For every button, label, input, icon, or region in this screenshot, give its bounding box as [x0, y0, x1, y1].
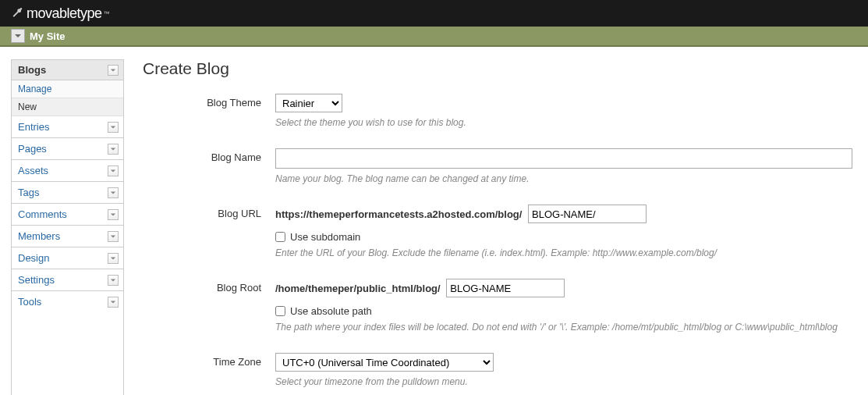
sidebar: Blogs Manage New Entries Pages Assets Ta…	[11, 59, 124, 395]
hint-time-zone: Select your timezone from the pulldown m…	[275, 376, 868, 387]
sidebar-item-assets[interactable]: Assets	[12, 160, 123, 182]
use-absolute-checkbox[interactable]	[275, 306, 285, 316]
time-zone-select[interactable]: UTC+0 (Universal Time Coordinated)	[275, 353, 494, 372]
site-dropdown-toggle[interactable]	[11, 29, 25, 43]
sidebar-item-label: Settings	[18, 274, 55, 286]
sidebar-item-tools[interactable]: Tools	[12, 291, 123, 312]
sidebar-item-settings[interactable]: Settings	[12, 269, 123, 291]
chevron-down-icon[interactable]	[108, 275, 119, 286]
chevron-down-icon[interactable]	[108, 231, 119, 242]
blog-theme-select[interactable]: Rainier	[275, 94, 342, 112]
sidebar-item-label: Entries	[18, 121, 49, 133]
sidebar-item-label: Tags	[18, 187, 39, 198]
chevron-down-icon[interactable]	[108, 209, 119, 220]
label-blog-name: Blog Name	[143, 148, 275, 184]
site-name: My Site	[30, 30, 66, 42]
site-bar: My Site	[0, 27, 868, 47]
sidebar-sub-new[interactable]: New	[12, 98, 123, 116]
use-subdomain-checkbox[interactable]	[275, 232, 285, 242]
blog-url-input[interactable]	[528, 205, 647, 223]
sidebar-sub-manage[interactable]: Manage	[12, 80, 123, 98]
sidebar-item-comments[interactable]: Comments	[12, 204, 123, 226]
brand-tm: ™	[104, 10, 110, 17]
label-blog-theme: Blog Theme	[143, 94, 275, 128]
hint-blog-name: Name your blog. The blog name can be cha…	[275, 173, 868, 184]
use-subdomain-label: Use subdomain	[290, 231, 360, 243]
label-time-zone: Time Zone	[143, 353, 275, 387]
sidebar-item-label: Assets	[18, 165, 48, 176]
wrench-icon	[11, 6, 23, 21]
sidebar-item-members[interactable]: Members	[12, 226, 123, 247]
hint-blog-root: The path where your index files will be …	[275, 322, 868, 333]
sidebar-head-blogs[interactable]: Blogs	[12, 60, 123, 80]
sidebar-item-label: Pages	[18, 143, 47, 155]
main-content: Create Blog Blog Theme Rainier Select th…	[124, 59, 868, 395]
sidebar-item-entries[interactable]: Entries	[12, 116, 123, 138]
sidebar-item-design[interactable]: Design	[12, 247, 123, 269]
chevron-down-icon[interactable]	[108, 144, 119, 155]
label-blog-root: Blog Root	[143, 279, 275, 333]
hint-blog-url: Enter the URL of your Blog. Exclude the …	[275, 247, 868, 258]
sidebar-item-tags[interactable]: Tags	[12, 182, 123, 204]
blog-url-prefix: https://themeperformancetests.a2hosted.c…	[275, 208, 522, 220]
blog-name-input[interactable]	[275, 148, 852, 169]
sidebar-item-label: Tools	[18, 296, 41, 308]
use-absolute-label: Use absolute path	[290, 305, 372, 317]
sidebar-item-label: Members	[18, 230, 60, 242]
chevron-down-icon[interactable]	[108, 65, 119, 76]
hint-blog-theme: Select the theme you wish to use for thi…	[275, 117, 868, 128]
blog-root-prefix: /home/themeper/public_html/blog/	[275, 283, 441, 294]
sidebar-item-label: Design	[18, 252, 49, 264]
chevron-down-icon[interactable]	[108, 165, 119, 176]
blog-root-input[interactable]	[446, 279, 565, 297]
sidebar-item-pages[interactable]: Pages	[12, 138, 123, 160]
chevron-down-icon[interactable]	[108, 253, 119, 264]
chevron-down-icon[interactable]	[108, 297, 119, 308]
brand-name: movabletype	[27, 5, 102, 22]
chevron-down-icon[interactable]	[108, 187, 119, 198]
page-title: Create Blog	[143, 59, 868, 78]
sidebar-item-label: Comments	[18, 208, 67, 220]
top-bar: movabletype ™	[0, 0, 868, 27]
label-blog-url: Blog URL	[143, 205, 275, 258]
chevron-down-icon[interactable]	[108, 122, 119, 133]
sidebar-head-label: Blogs	[18, 64, 46, 76]
